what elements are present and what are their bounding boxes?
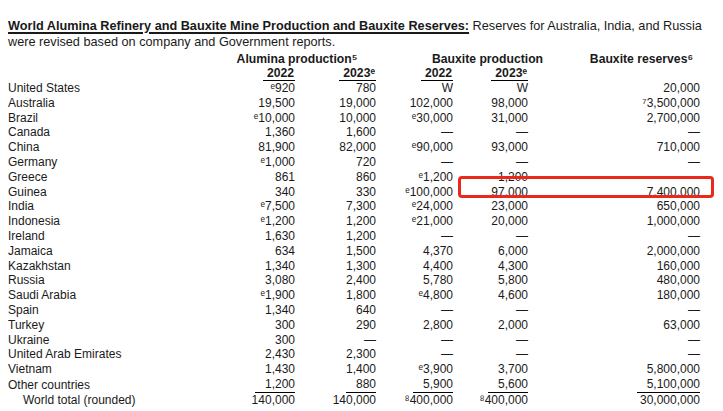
alumina-2022-cell: 634 (228, 244, 295, 259)
bauxite-2022-cell: W (376, 81, 453, 96)
table-row: Indonesia ᵉ1,200 1,200 ᵉ21,000 20,000 1,… (8, 214, 700, 229)
alumina-2022-cell: 300 (228, 318, 295, 333)
alumina-2023-cell: — (295, 333, 376, 348)
alumina-2023-cell: 10,000 (295, 111, 376, 126)
bauxite-2022-cell: ⁸400,000 (376, 393, 453, 408)
bauxite-2022-cell: ᵉ90,000 (376, 140, 453, 155)
table-row: Germany ᵉ1,000 720 — — — (8, 155, 700, 170)
group-header-row: Alumina production⁵ Bauxite production B… (8, 52, 700, 66)
bauxite-2023-cell: 2,000 (453, 318, 528, 333)
bauxite-production-header: Bauxite production (376, 52, 528, 66)
country-cell: Canada (8, 125, 228, 140)
bauxite-2022-cell: — (376, 155, 453, 170)
table-row: Saudi Arabia ᵉ1,900 1,800 ᵉ4,800 4,600 1… (8, 288, 700, 303)
bauxite-2022-cell: — (376, 333, 453, 348)
table-row: Greece 861 860 ᵉ1,200 1,200 — (8, 170, 700, 185)
country-cell: Brazil (8, 111, 228, 126)
bauxite-2023-cell: 31,000 (453, 111, 528, 126)
reserves-cell: 30,000,000 (528, 393, 700, 408)
reserves-cell: 160,000 (528, 259, 700, 274)
alumina-2023-cell: 290 (295, 318, 376, 333)
alumina-2022-cell: ᵉ920 (228, 81, 295, 96)
reserves-cell: 5,100,000 (528, 377, 700, 393)
alumina-2022-cell: 1,360 (228, 125, 295, 140)
alumina-2022-cell: 1,630 (228, 229, 295, 244)
bauxite-2022-cell: — (376, 125, 453, 140)
bauxite-2023-cell: 3,700 (453, 362, 528, 377)
alumina-2022-cell: 340 (228, 185, 295, 200)
reserves-cell: 63,000 (528, 318, 700, 333)
alumina-production-header: Alumina production⁵ (228, 52, 376, 66)
intro-paragraph: World Alumina Refinery and Bauxite Mine … (8, 18, 714, 51)
bauxite-2022-cell: 102,000 (376, 96, 453, 111)
bauxite-2022-cell: ᵉ3,900 (376, 362, 453, 377)
table-row: Canada 1,360 1,600 — — — (8, 125, 700, 140)
bauxite-2023-cell: 5,800 (453, 273, 528, 288)
reserves-cell: — (528, 333, 700, 348)
alumina-2022-cell: 81,900 (228, 140, 295, 155)
table-row: Kazakhstan 1,340 1,300 4,400 4,300 160,0… (8, 259, 700, 274)
reserves-cell: — (528, 229, 700, 244)
country-cell: Russia (8, 273, 228, 288)
alumina-2023-cell: 19,000 (295, 96, 376, 111)
alumina-2023-cell: 82,000 (295, 140, 376, 155)
alumina-2023-cell: 2,400 (295, 273, 376, 288)
alumina-2023-cell: 1,600 (295, 125, 376, 140)
alumina-2022-cell: ᵉ1,200 (228, 214, 295, 229)
alumina-2022-cell: 140,000 (228, 393, 295, 408)
alumina-2022-cell: 1,340 (228, 303, 295, 318)
reserves-cell: 7,400,000 (528, 185, 700, 200)
reserves-cell: — (528, 347, 700, 362)
reserves-cell: 650,000 (528, 199, 700, 214)
country-header-spacer (8, 52, 228, 66)
alumina-2022-cell: 3,080 (228, 273, 295, 288)
reserves-cell: — (528, 125, 700, 140)
reserves-cell: 480,000 (528, 273, 700, 288)
table-row: Ireland 1,630 1,200 — — — (8, 229, 700, 244)
alumina-2023-cell: 1,200 (295, 229, 376, 244)
bauxite-2023-cell: 5,600 (453, 377, 528, 393)
reserves-cell: — (528, 155, 700, 170)
bauxite-2022-cell: 2,800 (376, 318, 453, 333)
bauxite-2022-cell: 4,370 (376, 244, 453, 259)
table-row: China 81,900 82,000 ᵉ90,000 93,000 710,0… (8, 140, 700, 155)
alumina-2022-cell: 300 (228, 333, 295, 348)
alumina-2023-cell: 880 (295, 377, 376, 393)
reserves-cell: — (528, 303, 700, 318)
bauxite-2022-cell: 5,780 (376, 273, 453, 288)
country-cell: Guinea (8, 185, 228, 200)
bauxite-2023-cell: ⁸400,000 (453, 393, 528, 408)
reserves-cell: — (528, 170, 700, 185)
alumina-2023-cell: 7,300 (295, 199, 376, 214)
bauxite-2022-cell: — (376, 347, 453, 362)
country-cell: United Arab Emirates (8, 347, 228, 362)
country-cell: World total (rounded) (8, 393, 228, 408)
alumina-2023-cell: 860 (295, 170, 376, 185)
alumina-2023-cell: 140,000 (295, 393, 376, 408)
bauxite-2023-cell: 98,000 (453, 96, 528, 111)
table-row: Other countries 1,200 880 5,900 5,600 5,… (8, 377, 700, 393)
alumina-2023-cell: 1,200 (295, 214, 376, 229)
country-cell: Ukraine (8, 333, 228, 348)
bauxite-2022-header: 2022 (376, 66, 453, 81)
year-header-row: 2022 2023ᵉ 2022 2023ᵉ (8, 66, 700, 81)
alumina-2022-cell: 1,430 (228, 362, 295, 377)
bauxite-2023-header: 2023ᵉ (453, 66, 528, 81)
country-cell: Turkey (8, 318, 228, 333)
bauxite-2023-cell: — (453, 125, 528, 140)
alumina-2022-cell: 1,340 (228, 259, 295, 274)
bauxite-2022-cell: ᵉ100,000 (376, 185, 453, 200)
table-row: United States ᵉ920 780 W W 20,000 (8, 81, 700, 96)
alumina-2023-cell: 780 (295, 81, 376, 96)
country-cell: Vietnam (8, 362, 228, 377)
bauxite-2023-cell: — (453, 333, 528, 348)
reserves-cell: 710,000 (528, 140, 700, 155)
bauxite-2022-cell: ᵉ4,800 (376, 288, 453, 303)
bauxite-2022-cell: 4,400 (376, 259, 453, 274)
reserves-cell: 2,000,000 (528, 244, 700, 259)
country-cell: Germany (8, 155, 228, 170)
alumina-2022-cell: ᵉ1,000 (228, 155, 295, 170)
table-row: World total (rounded) 140,000 140,000 ⁸4… (8, 393, 700, 408)
bauxite-2023-cell: 97,000 (453, 185, 528, 200)
bauxite-2023-cell: W (453, 81, 528, 96)
